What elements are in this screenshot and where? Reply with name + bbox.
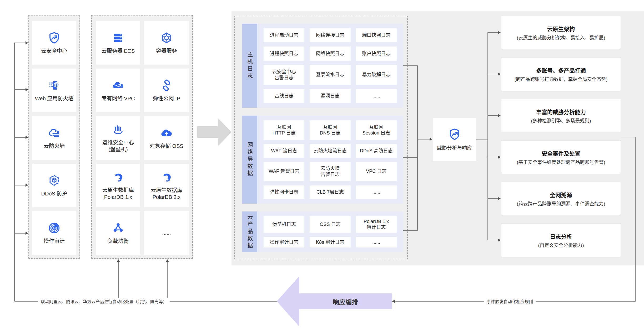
log-group-body: 进程启动日志网络连接日志端口快照日志进程快照日志网络快照日志账户快照日志云安全中…	[257, 24, 403, 108]
arrowhead	[392, 300, 395, 303]
log-cell: 互联网 HTTP 日志	[264, 120, 304, 140]
benefit-desc: (云原生的威胁分析架构、易接入、易扩展)	[517, 34, 605, 41]
log-cell: PolarDB 1.x 审计日志	[356, 216, 397, 233]
cloud-product-label: 云服务器 ECS	[102, 48, 135, 54]
arrowhead	[430, 138, 432, 141]
benefit-box-3: 丰富的威胁分析能力(多种检测引擎、多场景规则)	[501, 99, 621, 132]
bastion-icon	[112, 123, 124, 136]
arrowhead	[26, 232, 28, 235]
log-group-title: 主机日志	[242, 24, 257, 108]
log-cell: 网络连接日志	[310, 28, 350, 42]
connector-line	[14, 185, 26, 185]
benefit-desc: (跨产品跨账号打通数据，掌握全局安全态势)	[515, 75, 608, 82]
arrowhead	[498, 114, 501, 117]
audit-icon	[48, 222, 61, 234]
arrowhead	[498, 239, 501, 242]
log-cell: K8s 审计日志	[310, 237, 350, 247]
connector-line	[403, 65, 418, 66]
log-cell: 堡垒机日志	[264, 216, 304, 233]
log-cell: 弹性网卡日志	[264, 185, 304, 199]
benefit-desc: (跨云跨产品跨账号的溯源、事件调查能力)	[517, 200, 605, 207]
feedback-left-text: 联动阿里云、腾讯云、华为云产品进行自动化处置（封禁、隔离等）	[38, 298, 170, 304]
security-product-card: Web 应用防火墙	[32, 69, 76, 112]
connector-line	[14, 233, 26, 234]
log-cell: 端口快照日志	[356, 28, 397, 42]
benefit-box-1: 云原生架构(云原生的威胁分析架构、易接入、易扩展)	[501, 16, 621, 49]
log-cell: CLB 7层日志	[310, 185, 350, 199]
cloud-product-card: 运维安全中心 (堡垒机)	[96, 116, 140, 160]
cloud-product-label: 专有网络 VPC	[102, 95, 135, 102]
cloud-product-label: 运维安全中心 (堡垒机)	[102, 139, 134, 153]
connector-line	[488, 240, 498, 240]
log-cell: ......	[356, 237, 397, 247]
log-cell: 网络快照日志	[310, 46, 350, 60]
benefit-title: 云原生架构	[547, 25, 575, 33]
arrowhead	[26, 136, 28, 139]
benefit-desc: (自定义安全分析能力)	[538, 241, 584, 248]
response-arrow-head	[277, 276, 299, 326]
log-cell: WAF 告警日志	[264, 162, 304, 181]
cloud-product-label: 容器服务	[156, 48, 177, 54]
container-icon	[160, 32, 173, 44]
security-product-card: 操作审计	[32, 211, 76, 255]
arrowhead	[117, 259, 120, 262]
cloud-product-card: 专有网络 VPC	[96, 69, 140, 112]
log-cell: 漏洞日志	[310, 89, 350, 103]
connector-line	[488, 115, 498, 116]
connector-line	[403, 230, 418, 231]
connector-line	[476, 139, 488, 139]
benefit-title: 日志分析	[550, 232, 572, 240]
benefit-title: 丰富的威胁分析能力	[536, 108, 586, 116]
arrowhead	[26, 184, 28, 187]
log-group-3: 云产品数据堡垒机日志OSS 日志PolarDB 1.x 审计日志操作审计日志K8…	[242, 211, 403, 252]
connector-line	[14, 43, 26, 43]
log-cell: DDoS 高防日志	[356, 144, 397, 158]
cloud-product-card: 容器服务	[144, 21, 189, 65]
threat-analysis-box: 威胁分析与响应	[433, 118, 476, 161]
log-cell: 云防火墙流日志	[310, 144, 350, 158]
benefit-desc: (基于安全事件维度处理跨产品跨账号告警)	[517, 158, 605, 165]
vpc-icon	[112, 79, 124, 92]
security-product-label: 云安全中心	[41, 48, 67, 54]
log-cell: 进程快照日志	[264, 46, 304, 60]
cloud-product-label: 对象存储 OSS	[150, 143, 183, 149]
log-cell: ......	[356, 185, 397, 199]
ecs-icon	[112, 32, 124, 44]
cloud-product-card: 云服务器 ECS	[96, 21, 140, 65]
log-cell: WAF 流日志	[264, 144, 304, 158]
slb-icon	[112, 222, 124, 234]
feedback-right-text: 事件触发自动化相应规则	[484, 298, 536, 304]
cloud-product-card: 负载均衡	[96, 211, 140, 255]
log-cell: OSS 日志	[310, 216, 350, 233]
log-cell: 暴力破解日志	[356, 65, 397, 85]
cloud-product-card: 云原生数据库 PolarDB 1.x	[96, 164, 140, 207]
arrowhead	[166, 259, 169, 262]
arrowhead	[498, 197, 501, 200]
benefit-title: 多账号、多产品打通	[536, 66, 586, 74]
arrowhead	[498, 156, 501, 159]
connector-line	[488, 157, 498, 157]
data-flow-arrow-head	[218, 118, 232, 146]
connector-line	[403, 157, 418, 158]
shield-trend-icon	[48, 32, 61, 44]
connector-line	[118, 262, 119, 301]
threat-analysis-label: 威胁分析与响应	[437, 144, 472, 151]
log-group-body: 互联网 HTTP 日志互联网 DNS 日志互联网 Session 日志WAF 流…	[257, 116, 403, 204]
log-cell: 进程启动日志	[264, 28, 304, 42]
security-product-label: DDoS 防护	[41, 190, 67, 197]
polardb-icon	[112, 171, 124, 183]
benefit-box-5: 全网溯源(跨云跨产品跨账号的溯源、事件调查能力)	[501, 182, 621, 215]
log-cell: 云防火墙 告警日志	[310, 162, 350, 181]
log-cell: 账户快照日志	[356, 46, 397, 60]
cloud-product-label: 负载均衡	[108, 238, 129, 245]
arrowhead	[26, 88, 28, 91]
connector-line	[487, 32, 488, 240]
log-cell: 登录流水日志	[310, 65, 350, 85]
log-group-2: 网络层数据互联网 HTTP 日志互联网 DNS 日志互联网 Session 日志…	[242, 116, 403, 204]
architecture-diagram: 云安全中心Web 应用防火墙云防火墙DDoS 防护操作审计 云服务器 ECS容器…	[0, 0, 644, 331]
security-product-card: 云防火墙	[32, 116, 76, 160]
log-cell: VPC 日志	[356, 162, 397, 181]
log-cell: 互联网 DNS 日志	[310, 120, 350, 140]
benefit-desc: (多种检测引擎、多场景规则)	[531, 117, 591, 124]
benefit-title: 安全事件及处置	[542, 149, 580, 157]
